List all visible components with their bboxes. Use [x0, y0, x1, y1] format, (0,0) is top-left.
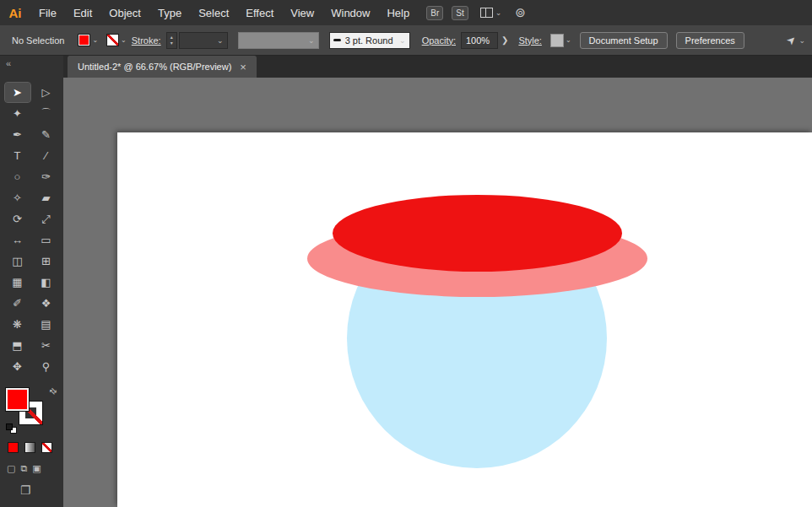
type-tool[interactable]: T: [5, 146, 30, 165]
mesh-tool[interactable]: ▦: [5, 272, 30, 292]
color-mode-row: [8, 442, 52, 453]
document-tab[interactable]: Untitled-2* @ 66.67% (RGB/Preview) ×: [68, 56, 257, 78]
stroke-weight-stepper[interactable]: ▴ ▾: [166, 32, 177, 49]
gradient-button[interactable]: [24, 442, 35, 453]
stroke-label[interactable]: Stroke:: [132, 35, 161, 46]
menu-item-window[interactable]: Window: [322, 7, 378, 19]
menubar-menus: FileEditObjectTypeSelectEffectViewWindow…: [30, 7, 418, 19]
stepper-up-icon[interactable]: ▴: [171, 35, 173, 40]
pen-tool[interactable]: ✒: [5, 125, 30, 144]
menu-item-object[interactable]: Object: [100, 7, 149, 19]
hand-tool[interactable]: ✥: [5, 357, 30, 376]
menu-item-view[interactable]: View: [282, 7, 322, 19]
menu-item-file[interactable]: File: [30, 7, 65, 19]
menu-item-type[interactable]: Type: [149, 7, 190, 19]
stepper-down-icon[interactable]: ▾: [171, 40, 173, 46]
fill-indicator-swatch[interactable]: [6, 388, 29, 411]
menu-item-edit[interactable]: Edit: [65, 7, 100, 19]
slice-tool[interactable]: ✂: [34, 336, 59, 355]
column-graph-tool[interactable]: ▤: [34, 315, 59, 334]
workspace-switcher-button[interactable]: ⌄: [480, 8, 502, 18]
chevron-down-icon[interactable]: ⌄: [92, 36, 98, 44]
share-icon[interactable]: ⊚: [515, 5, 526, 20]
symbol-sprayer-tool[interactable]: ❋: [5, 315, 30, 334]
toolbar-collapse-button[interactable]: «: [6, 58, 11, 68]
opacity-arrow-icon[interactable]: ❯: [498, 35, 512, 45]
stroke-weight-combo[interactable]: ⌄: [179, 32, 228, 49]
opacity-label[interactable]: Opacity:: [422, 35, 456, 46]
shaper-tool[interactable]: ✧: [5, 188, 30, 208]
stroke-color-swatch[interactable]: [106, 34, 119, 46]
preferences-button[interactable]: Preferences: [676, 32, 744, 49]
document-tab-title: Untitled-2* @ 66.67% (RGB/Preview): [78, 62, 231, 72]
tools-panel: « ➤▷✦⌒✒✎T∕○✑✧▰⟳⤢↔▭◫⊞▦◧✐❖❋▤⬒✂✥⚲ ⇄ ▢ ⧉ ▣ ❐: [0, 56, 63, 507]
selection-status: No Selection: [12, 35, 64, 46]
fill-color-swatch[interactable]: [78, 34, 90, 46]
width-tool[interactable]: ↔: [5, 230, 30, 250]
lasso-tool[interactable]: ⌒: [34, 104, 59, 123]
chevron-down-icon[interactable]: ⌄: [566, 36, 571, 44]
ellipse-tool[interactable]: ○: [5, 167, 30, 186]
variable-width-profile-dropdown: ⌄: [238, 32, 319, 49]
color-button[interactable]: [8, 442, 19, 453]
menu-item-effect[interactable]: Effect: [237, 7, 282, 19]
menu-bar: Ai FileEditObjectTypeSelectEffectViewWin…: [0, 0, 812, 25]
tools-grid: ➤▷✦⌒✒✎T∕○✑✧▰⟳⤢↔▭◫⊞▦◧✐❖❋▤⬒✂✥⚲: [0, 83, 63, 376]
magic-wand-tool[interactable]: ✦: [5, 104, 30, 123]
chevron-down-icon: ⌄: [798, 36, 805, 45]
style-label[interactable]: Style:: [518, 35, 542, 46]
chevron-down-icon: ⌄: [394, 36, 406, 45]
perspective-grid-tool[interactable]: ⊞: [34, 251, 59, 271]
stock-button[interactable]: St: [452, 6, 468, 20]
paintbrush-tool[interactable]: ✑: [34, 167, 59, 186]
brush-definition-dropdown[interactable]: 3 pt. Round ⌄: [329, 32, 410, 49]
line-segment-tool[interactable]: ∕: [34, 146, 59, 165]
opacity-field[interactable]: 100%: [461, 32, 498, 49]
style-swatch[interactable]: [550, 34, 564, 47]
close-icon[interactable]: ×: [240, 61, 246, 73]
brush-preview-icon: [333, 39, 341, 41]
free-transform-tool[interactable]: ▭: [34, 230, 59, 250]
menu-item-select[interactable]: Select: [190, 7, 237, 19]
blend-tool[interactable]: ❖: [34, 294, 59, 313]
none-button[interactable]: [41, 442, 52, 453]
zoom-tool[interactable]: ⚲: [34, 357, 59, 376]
draw-inside-mode-icon[interactable]: ▣: [32, 463, 41, 474]
default-fill-stroke-icon[interactable]: [6, 423, 18, 434]
menu-item-help[interactable]: Help: [378, 7, 418, 19]
brush-name: 3 pt. Round: [345, 35, 393, 46]
gradient-tool[interactable]: ◧: [34, 272, 59, 292]
draw-behind-mode-icon[interactable]: ⧉: [20, 463, 27, 474]
document-setup-button[interactable]: Document Setup: [580, 32, 668, 49]
app-logo: Ai: [0, 6, 30, 20]
chevron-down-icon: ⌄: [495, 8, 502, 17]
red-ellipse-shape[interactable]: [333, 195, 622, 272]
bridge-button[interactable]: Br: [426, 6, 443, 20]
artboard-tool[interactable]: ⬒: [5, 336, 30, 355]
selection-tool[interactable]: ➤: [5, 83, 30, 102]
swap-fill-stroke-icon[interactable]: ⇄: [47, 386, 59, 397]
chevron-down-icon[interactable]: ⌄: [121, 36, 127, 44]
default-fill-chip: [6, 423, 13, 430]
fill-stroke-control: ⇄: [6, 388, 58, 427]
cursor-icon: ➤: [783, 32, 798, 47]
draw-normal-mode-icon[interactable]: ▢: [7, 463, 15, 474]
scale-tool[interactable]: ⤢: [34, 209, 59, 229]
screen-mode-icon[interactable]: ❐: [20, 483, 31, 497]
shape-builder-tool[interactable]: ◫: [5, 251, 30, 271]
curvature-tool[interactable]: ✎: [34, 125, 59, 144]
workspace-icon: [480, 8, 493, 18]
rotate-tool[interactable]: ⟳: [5, 209, 30, 229]
document-tab-bar: Untitled-2* @ 66.67% (RGB/Preview) ×: [63, 56, 812, 78]
direct-selection-tool[interactable]: ▷: [34, 83, 59, 102]
eraser-tool[interactable]: ▰: [34, 188, 59, 208]
control-bar: No Selection ⌄ ⌄ Stroke: ▴ ▾ ⌄ ⌄ 3 pt. R…: [0, 25, 812, 56]
chevron-down-icon: ⌄: [212, 36, 224, 45]
tool-options-button[interactable]: ➤ ⌄: [787, 34, 805, 46]
chevron-down-icon: ⌄: [303, 36, 315, 45]
eyedropper-tool[interactable]: ✐: [5, 294, 30, 313]
drawing-modes-row: ▢ ⧉ ▣: [7, 463, 41, 474]
